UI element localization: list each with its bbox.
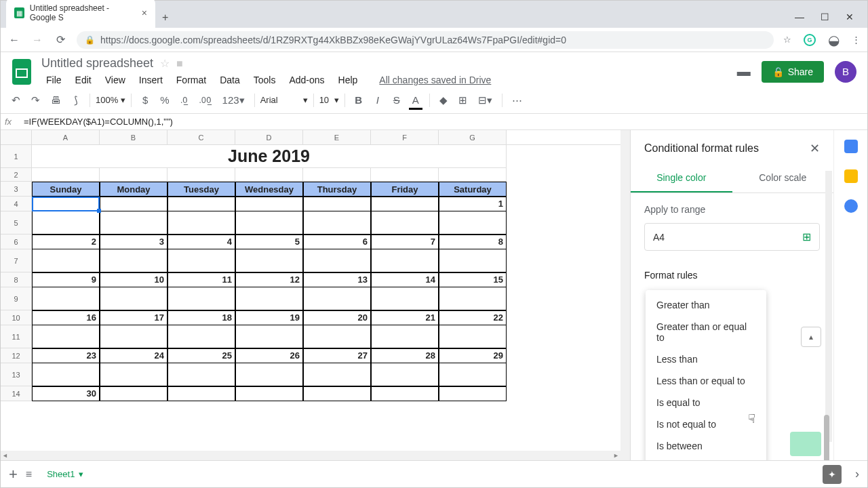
cell[interactable]: 22 — [439, 310, 507, 325]
cell[interactable]: 15 — [439, 272, 507, 287]
row-header[interactable]: 12 — [1, 348, 32, 363]
cell[interactable] — [235, 325, 303, 348]
rules-select-caret[interactable]: ▴ — [801, 327, 821, 347]
cell[interactable] — [32, 363, 100, 386]
row-header[interactable]: 5 — [1, 211, 32, 235]
rule-option[interactable]: Is equal to — [646, 392, 766, 413]
merge-icon[interactable]: ⊟▾ — [474, 92, 496, 109]
paint-format-icon[interactable]: ⟆ — [68, 92, 84, 109]
rule-option[interactable]: Less than — [646, 348, 766, 370]
tab-color-scale[interactable]: Color scale — [732, 164, 834, 192]
spreadsheet-grid[interactable]: A B C D E F G 1June 201923SundayMondayTu… — [1, 130, 630, 460]
bold-icon[interactable]: B — [351, 92, 367, 108]
cell[interactable]: 4 — [167, 235, 235, 249]
cell[interactable] — [439, 325, 507, 348]
font-size-select[interactable]: 10 ▾ — [319, 95, 339, 105]
menu-file[interactable]: File — [41, 73, 66, 87]
minimize-icon[interactable]: — — [795, 12, 804, 22]
cell[interactable]: 27 — [303, 348, 371, 363]
maximize-icon[interactable]: ☐ — [821, 12, 829, 22]
cell[interactable]: Sunday — [32, 182, 100, 197]
cell[interactable]: 5 — [235, 235, 303, 249]
menu-format[interactable]: Format — [172, 73, 211, 87]
cell[interactable] — [32, 249, 100, 272]
cell[interactable]: 14 — [371, 272, 439, 287]
formula-bar[interactable]: fx =IF(WEEKDAY($A1)=COLUMN(),1,"") — [1, 114, 867, 130]
cell[interactable] — [439, 249, 507, 272]
folder-icon[interactable]: ■ — [176, 58, 183, 70]
cell[interactable] — [303, 197, 371, 211]
row-header[interactable]: 1 — [1, 145, 32, 168]
menu-edit[interactable]: Edit — [71, 73, 96, 87]
close-window-icon[interactable]: ✕ — [846, 12, 854, 22]
dropdown-scrollbar[interactable] — [824, 415, 829, 460]
menu-data[interactable]: Data — [215, 73, 245, 87]
rule-option[interactable]: Is not equal to — [646, 413, 766, 435]
panel-scrollbar[interactable] — [825, 171, 832, 442]
menu-insert[interactable]: Insert — [134, 73, 167, 87]
menu-help[interactable]: Help — [334, 73, 363, 87]
tab-single-color[interactable]: Single color — [631, 164, 732, 192]
undo-icon[interactable]: ↶ — [7, 92, 24, 109]
cell[interactable]: 17 — [100, 310, 167, 325]
keep-icon[interactable] — [844, 169, 858, 183]
cell[interactable] — [235, 287, 303, 310]
add-sheet-icon[interactable]: + — [9, 466, 18, 483]
cell[interactable] — [32, 168, 100, 182]
row-header[interactable]: 8 — [1, 272, 32, 287]
cell[interactable] — [32, 197, 100, 211]
chevron-right-icon[interactable]: › — [855, 467, 859, 481]
cell[interactable]: 23 — [32, 348, 100, 363]
comments-icon[interactable]: ▬ — [737, 64, 751, 79]
cell[interactable] — [439, 363, 507, 386]
decrease-decimal-icon[interactable]: .0̲ — [176, 93, 193, 108]
number-format-select[interactable]: 123▾ — [218, 92, 249, 109]
close-panel-icon[interactable]: ✕ — [810, 141, 820, 156]
sheet-tab[interactable]: Sheet1 ▾ — [40, 465, 90, 483]
cell[interactable]: 28 — [371, 348, 439, 363]
cell[interactable]: 19 — [235, 310, 303, 325]
cell[interactable]: 11 — [167, 272, 235, 287]
cell[interactable]: 18 — [167, 310, 235, 325]
cell[interactable] — [167, 363, 235, 386]
text-color-icon[interactable]: A — [408, 92, 424, 108]
cell[interactable] — [100, 249, 167, 272]
cell[interactable] — [439, 287, 507, 310]
cell[interactable]: Tuesday — [167, 182, 235, 197]
row-header[interactable]: 3 — [1, 182, 32, 197]
row-header[interactable]: 2 — [1, 168, 32, 182]
rule-option[interactable]: Greater than or equal to — [646, 316, 766, 348]
vertical-scrollbar[interactable] — [620, 130, 630, 460]
cell[interactable]: 9 — [32, 272, 100, 287]
cell[interactable] — [371, 249, 439, 272]
formula-input[interactable]: =IF(WEEKDAY($A1)=COLUMN(),1,"") — [24, 117, 173, 127]
strike-icon[interactable]: S — [389, 92, 405, 108]
cell[interactable]: 20 — [303, 310, 371, 325]
url-input[interactable]: 🔒 https://docs.google.com/spreadsheets/d… — [77, 31, 774, 49]
tab-close-icon[interactable]: × — [142, 7, 147, 18]
cell[interactable] — [100, 168, 167, 182]
zoom-select[interactable]: 100% ▾ — [96, 95, 125, 105]
calendar-icon[interactable] — [844, 140, 858, 153]
cell[interactable]: 30 — [32, 386, 100, 401]
cell[interactable] — [235, 168, 303, 182]
col-header[interactable]: B — [100, 130, 167, 144]
menu-view[interactable]: View — [100, 73, 130, 87]
cell[interactable] — [167, 249, 235, 272]
cell[interactable] — [32, 287, 100, 310]
browser-menu-icon[interactable]: ⋮ — [852, 35, 861, 45]
cell[interactable] — [303, 211, 371, 235]
grid-select-icon[interactable]: ⊞ — [802, 230, 811, 243]
row-header[interactable]: 9 — [1, 287, 32, 310]
more-icon[interactable]: ⋯ — [508, 92, 526, 109]
cell[interactable] — [371, 287, 439, 310]
cell[interactable] — [303, 363, 371, 386]
rule-option[interactable]: Greater than — [646, 294, 766, 316]
cell[interactable] — [303, 386, 371, 401]
cell[interactable] — [167, 386, 235, 401]
back-icon[interactable]: ← — [7, 34, 21, 46]
cell[interactable] — [100, 287, 167, 310]
cell[interactable] — [303, 249, 371, 272]
cell[interactable] — [100, 363, 167, 386]
col-header[interactable]: F — [371, 130, 439, 144]
